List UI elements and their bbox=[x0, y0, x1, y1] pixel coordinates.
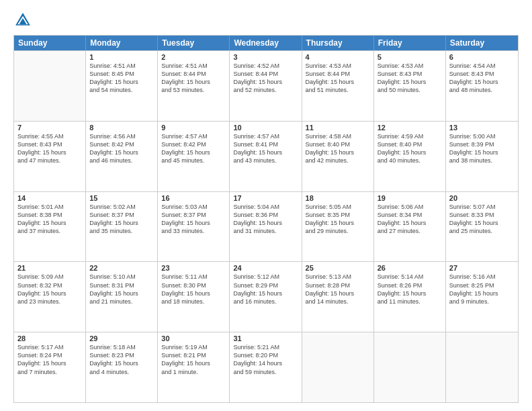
calendar-day-15: 15Sunrise: 5:02 AMSunset: 8:37 PMDayligh… bbox=[86, 192, 158, 262]
cell-text-line: Sunset: 8:37 PM bbox=[161, 211, 226, 219]
day-number: 24 bbox=[233, 264, 298, 272]
calendar-day-26: 26Sunrise: 5:14 AMSunset: 8:26 PMDayligh… bbox=[374, 262, 446, 332]
cell-text-line: Sunset: 8:42 PM bbox=[89, 140, 154, 148]
cell-text-line: and 42 minutes. bbox=[306, 156, 370, 165]
calendar-empty-cell bbox=[446, 332, 518, 402]
cell-text-line: Sunrise: 5:13 AM bbox=[306, 273, 370, 281]
cell-text-line: and 45 minutes. bbox=[161, 156, 226, 165]
cell-text-line: Daylight: 15 hours bbox=[449, 78, 515, 86]
weekday-header-friday: Friday bbox=[374, 36, 446, 50]
cell-text-line: Daylight: 15 hours bbox=[306, 219, 370, 227]
cell-text-line: Sunset: 8:31 PM bbox=[89, 281, 154, 289]
cell-text-line: Sunrise: 4:52 AM bbox=[233, 62, 298, 70]
logo-icon bbox=[13, 11, 32, 30]
cell-text-line: Daylight: 14 hours bbox=[233, 359, 298, 367]
cell-text-line: Sunrise: 5:01 AM bbox=[17, 203, 82, 211]
cell-text-line: and 23 minutes. bbox=[17, 298, 82, 306]
cell-text-line: Sunset: 8:21 PM bbox=[161, 351, 226, 359]
day-number: 19 bbox=[378, 194, 442, 202]
calendar-day-21: 21Sunrise: 5:09 AMSunset: 8:32 PMDayligh… bbox=[14, 262, 86, 332]
calendar-day-23: 23Sunrise: 5:11 AMSunset: 8:30 PMDayligh… bbox=[158, 262, 230, 332]
weekday-header-sunday: Sunday bbox=[14, 36, 86, 50]
day-number: 22 bbox=[89, 264, 154, 272]
cell-text-line: Daylight: 15 hours bbox=[17, 289, 82, 298]
calendar-empty-cell bbox=[374, 332, 446, 402]
calendar-day-28: 28Sunrise: 5:17 AMSunset: 8:24 PMDayligh… bbox=[14, 332, 86, 402]
cell-text-line: and 37 minutes. bbox=[17, 227, 82, 235]
cell-text-line: Daylight: 15 hours bbox=[233, 148, 298, 156]
cell-text-line: Sunset: 8:34 PM bbox=[378, 211, 442, 219]
cell-text-line: Sunset: 8:30 PM bbox=[161, 281, 226, 289]
cell-text-line: and 11 minutes. bbox=[378, 298, 442, 306]
day-number: 18 bbox=[306, 194, 370, 202]
day-number: 26 bbox=[378, 264, 442, 272]
cell-text-line: and 47 minutes. bbox=[17, 156, 82, 165]
cell-text-line: Daylight: 15 hours bbox=[89, 78, 154, 86]
cell-text-line: Sunset: 8:44 PM bbox=[306, 70, 370, 78]
calendar-row-2: 7Sunrise: 4:55 AMSunset: 8:43 PMDaylight… bbox=[14, 121, 518, 191]
cell-text-line: Sunrise: 5:11 AM bbox=[161, 273, 226, 281]
day-number: 30 bbox=[161, 334, 226, 342]
cell-text-line: Sunset: 8:43 PM bbox=[17, 140, 82, 148]
cell-text-line: Sunset: 8:35 PM bbox=[306, 211, 370, 219]
calendar-day-27: 27Sunrise: 5:16 AMSunset: 8:25 PMDayligh… bbox=[446, 262, 518, 332]
cell-text-line: Sunrise: 4:53 AM bbox=[378, 62, 442, 70]
cell-text-line: Daylight: 15 hours bbox=[449, 219, 515, 227]
weekday-header-wednesday: Wednesday bbox=[230, 36, 302, 50]
cell-text-line: Sunset: 8:44 PM bbox=[161, 70, 226, 78]
cell-text-line: Sunrise: 5:16 AM bbox=[449, 273, 515, 281]
calendar-day-5: 5Sunrise: 4:53 AMSunset: 8:43 PMDaylight… bbox=[374, 51, 446, 121]
weekday-header-thursday: Thursday bbox=[302, 36, 374, 50]
cell-text-line: Sunrise: 4:51 AM bbox=[161, 62, 226, 70]
cell-text-line: Daylight: 15 hours bbox=[89, 219, 154, 227]
cell-text-line: and 27 minutes. bbox=[378, 227, 442, 235]
calendar-day-29: 29Sunrise: 5:18 AMSunset: 8:23 PMDayligh… bbox=[86, 332, 158, 402]
day-number: 14 bbox=[17, 194, 82, 202]
cell-text-line: Daylight: 15 hours bbox=[449, 148, 515, 156]
day-number: 4 bbox=[306, 53, 370, 61]
cell-text-line: Sunrise: 5:18 AM bbox=[89, 343, 154, 351]
calendar-empty-cell bbox=[14, 51, 86, 121]
weekday-header-monday: Monday bbox=[86, 36, 158, 50]
cell-text-line: and 51 minutes. bbox=[306, 86, 370, 94]
day-number: 1 bbox=[89, 53, 154, 61]
calendar-day-17: 17Sunrise: 5:04 AMSunset: 8:36 PMDayligh… bbox=[230, 192, 302, 262]
cell-text-line: Sunrise: 5:19 AM bbox=[161, 343, 226, 351]
calendar-day-18: 18Sunrise: 5:05 AMSunset: 8:35 PMDayligh… bbox=[302, 192, 374, 262]
cell-text-line: Sunset: 8:44 PM bbox=[233, 70, 298, 78]
day-number: 9 bbox=[161, 124, 226, 132]
calendar-day-11: 11Sunrise: 4:58 AMSunset: 8:40 PMDayligh… bbox=[302, 122, 374, 191]
day-number: 3 bbox=[233, 53, 298, 61]
cell-text-line: Daylight: 15 hours bbox=[89, 289, 154, 298]
cell-text-line: Sunrise: 5:06 AM bbox=[378, 203, 442, 211]
weekday-header-saturday: Saturday bbox=[446, 36, 518, 50]
calendar-day-31: 31Sunrise: 5:21 AMSunset: 8:20 PMDayligh… bbox=[230, 332, 302, 402]
cell-text-line: Daylight: 15 hours bbox=[161, 289, 226, 298]
day-number: 13 bbox=[449, 124, 515, 132]
calendar-day-1: 1Sunrise: 4:51 AMSunset: 8:45 PMDaylight… bbox=[86, 51, 158, 121]
cell-text-line: Sunset: 8:43 PM bbox=[378, 70, 442, 78]
cell-text-line: Sunset: 8:28 PM bbox=[306, 281, 370, 289]
day-number: 25 bbox=[306, 264, 370, 272]
cell-text-line: Sunrise: 5:00 AM bbox=[449, 132, 515, 140]
cell-text-line: and 50 minutes. bbox=[378, 86, 442, 94]
cell-text-line: Sunset: 8:36 PM bbox=[233, 211, 298, 219]
day-number: 21 bbox=[17, 264, 82, 272]
cell-text-line: Sunrise: 5:10 AM bbox=[89, 273, 154, 281]
day-number: 2 bbox=[161, 53, 226, 61]
cell-text-line: Sunset: 8:24 PM bbox=[17, 351, 82, 359]
cell-text-line: and 14 minutes. bbox=[306, 298, 370, 306]
cell-text-line: Daylight: 15 hours bbox=[233, 289, 298, 298]
calendar-empty-cell bbox=[302, 332, 374, 402]
day-number: 27 bbox=[449, 264, 515, 272]
calendar-day-20: 20Sunrise: 5:07 AMSunset: 8:33 PMDayligh… bbox=[446, 192, 518, 262]
cell-text-line: and 1 minute. bbox=[161, 368, 226, 376]
cell-text-line: Sunset: 8:40 PM bbox=[306, 140, 370, 148]
day-number: 20 bbox=[449, 194, 515, 202]
calendar-day-30: 30Sunrise: 5:19 AMSunset: 8:21 PMDayligh… bbox=[158, 332, 230, 402]
cell-text-line: Sunrise: 5:09 AM bbox=[17, 273, 82, 281]
cell-text-line: and 40 minutes. bbox=[378, 156, 442, 165]
day-number: 17 bbox=[233, 194, 298, 202]
cell-text-line: and 25 minutes. bbox=[449, 227, 515, 235]
calendar-day-8: 8Sunrise: 4:56 AMSunset: 8:42 PMDaylight… bbox=[86, 122, 158, 191]
